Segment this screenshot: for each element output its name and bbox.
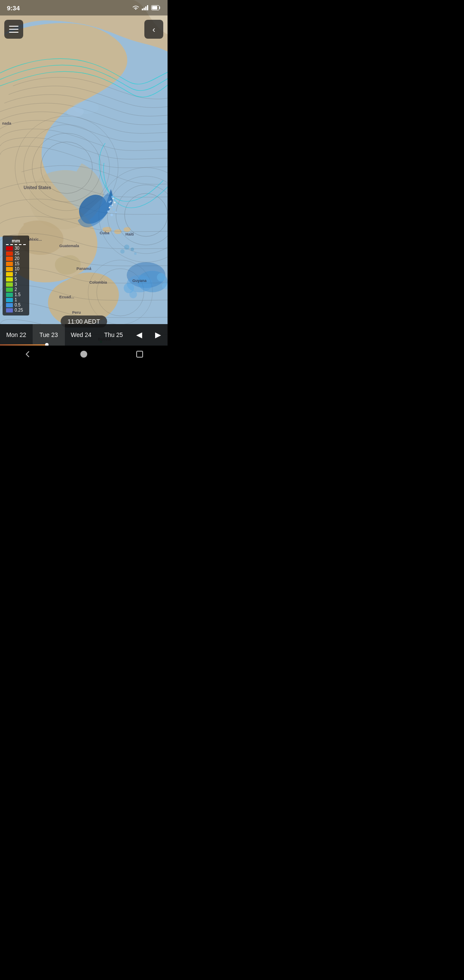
legend-item: 2 (6, 287, 26, 292)
legend-color-swatch (6, 257, 13, 261)
legend-item: 1 (6, 297, 26, 302)
legend-item: 20 (6, 256, 26, 261)
legend-color-swatch (6, 277, 13, 282)
svg-point-12 (114, 199, 116, 201)
menu-line-1 (9, 26, 18, 27)
svg-point-16 (113, 209, 115, 211)
legend-color-swatch (6, 293, 13, 297)
timeline-day-1[interactable]: Tue 23 (33, 324, 65, 346)
status-time: 9:34 (7, 4, 20, 12)
legend-value: 20 (15, 256, 19, 261)
menu-line-2 (9, 29, 18, 30)
legend-value: 30 (15, 246, 19, 251)
timeline-bar: Mon 22Tue 23Wed 24Thu 25 ◀ ▶ (0, 324, 168, 346)
svg-text:Colombia: Colombia (89, 280, 107, 285)
svg-text:United States: United States (24, 185, 51, 190)
legend-items: 30 25 20 15 10 7 5 3 2 1.5 (6, 246, 26, 312)
legend-color-swatch (6, 272, 13, 276)
timeline-day-3[interactable]: Thu 25 (98, 324, 130, 346)
svg-point-31 (129, 291, 137, 298)
wifi-icon (132, 4, 139, 12)
legend-color-swatch (6, 262, 13, 266)
svg-point-33 (131, 248, 134, 251)
timeline-days: Mon 22Tue 23Wed 24Thu 25 (0, 324, 130, 346)
svg-point-18 (115, 211, 117, 213)
legend-color-swatch (6, 251, 13, 256)
legend-color-swatch (6, 288, 13, 292)
legend-color-swatch (6, 298, 13, 302)
status-icons (132, 4, 161, 12)
svg-text:Cuba: Cuba (100, 231, 110, 235)
back-button[interactable]: ‹ (144, 20, 163, 39)
svg-text:Méxic...: Méxic... (28, 237, 42, 242)
svg-point-21 (110, 201, 112, 202)
legend-color-swatch (6, 267, 13, 271)
menu-line-3 (9, 32, 18, 33)
prev-button[interactable]: ◀ (130, 324, 149, 346)
legend-value: 1.5 (15, 292, 21, 297)
legend-color-swatch (6, 308, 13, 312)
back-icon: ‹ (153, 24, 156, 34)
svg-point-14 (116, 203, 118, 205)
legend-item: 30 (6, 246, 26, 251)
svg-text:Guatemala: Guatemala (59, 244, 79, 248)
legend-item: 10 (6, 266, 26, 271)
svg-rect-52 (143, 8, 145, 10)
nav-home-button[interactable] (73, 348, 95, 361)
legend-value: 5 (15, 277, 17, 282)
svg-point-37 (67, 107, 84, 117)
legend-color-swatch (6, 282, 13, 287)
precipitation-legend: mm 30 25 20 15 10 7 5 3 2 (3, 236, 29, 315)
legend-value: 15 (15, 261, 19, 266)
svg-rect-54 (147, 5, 148, 10)
legend-color-swatch (6, 246, 13, 251)
battery-icon (151, 4, 161, 12)
svg-point-20 (112, 198, 114, 199)
svg-point-29 (157, 273, 165, 282)
legend-item: 7 (6, 272, 26, 276)
legend-item: 25 (6, 251, 26, 256)
legend-item: 3 (6, 282, 26, 287)
status-bar: 9:34 (0, 0, 168, 15)
svg-point-57 (80, 351, 87, 358)
legend-item: 0.5 (6, 303, 26, 307)
svg-rect-51 (142, 9, 143, 10)
svg-point-11 (111, 196, 114, 198)
menu-button[interactable] (4, 20, 23, 39)
svg-text:Guyana: Guyana (132, 279, 147, 283)
timeline-day-2[interactable]: Wed 24 (65, 324, 98, 346)
timeline-controls: ◀ ▶ (130, 324, 168, 346)
svg-text:nada: nada (2, 121, 12, 126)
legend-title: mm (6, 238, 26, 245)
svg-point-17 (107, 211, 110, 213)
legend-value: 1 (15, 297, 17, 302)
svg-rect-58 (137, 351, 143, 357)
legend-item: 1.5 (6, 292, 26, 297)
legend-value: 7 (15, 272, 17, 276)
legend-value: 10 (15, 266, 19, 271)
legend-value: 0.25 (15, 308, 23, 312)
svg-text:Haiti: Haiti (125, 232, 134, 236)
nav-recent-button[interactable] (129, 348, 150, 361)
svg-point-22 (114, 202, 116, 203)
legend-color-swatch (6, 303, 13, 307)
legend-item: 0.25 (6, 308, 26, 312)
next-button[interactable]: ▶ (149, 324, 168, 346)
svg-rect-53 (145, 6, 147, 10)
legend-item: 15 (6, 261, 26, 266)
svg-point-23 (112, 205, 113, 206)
svg-point-35 (134, 252, 137, 255)
signal-icon (142, 4, 149, 12)
legend-value: 2 (15, 287, 17, 292)
svg-text:Peru: Peru (72, 310, 81, 315)
timeline-day-0[interactable]: Mon 22 (0, 324, 33, 346)
legend-value: 3 (15, 282, 17, 287)
nav-back-button[interactable] (17, 348, 39, 361)
svg-text:Ecuad...: Ecuad... (59, 295, 74, 299)
legend-item: 5 (6, 277, 26, 282)
legend-value: 25 (15, 251, 19, 256)
svg-rect-56 (152, 6, 157, 9)
svg-point-34 (120, 249, 125, 254)
svg-point-24 (109, 207, 110, 208)
map-container[interactable]: nada United States Cuba Haiti Guatemala … (0, 0, 168, 363)
